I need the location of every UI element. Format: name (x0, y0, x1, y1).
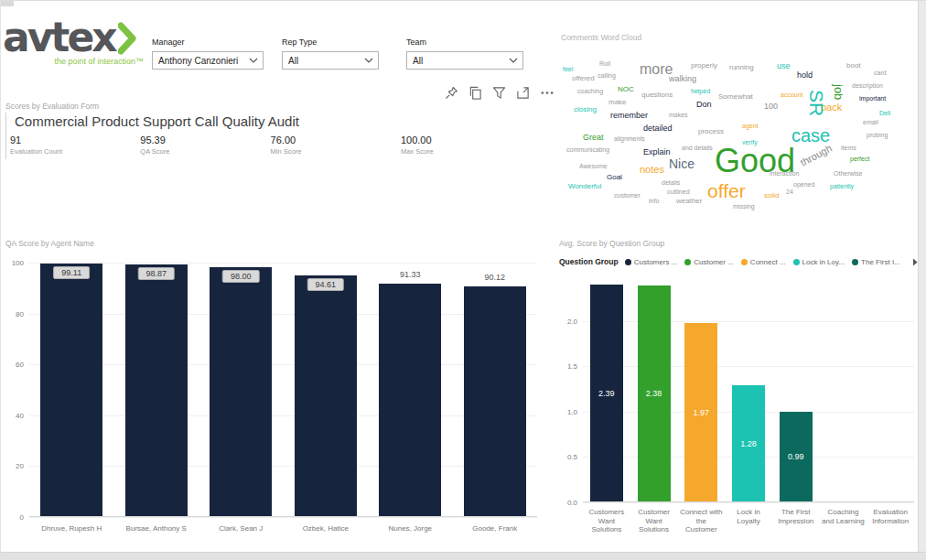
wordcloud-word: Roll (599, 60, 610, 67)
wordcloud-word: make (608, 99, 627, 106)
avtex-logo: avtex the point of interaction™ (3, 17, 147, 66)
kpi-label: Max Score (401, 147, 522, 156)
wordcloud-word: items (841, 145, 856, 151)
legend-item[interactable]: Lock in Loy... (793, 258, 845, 266)
wordcloud-word: case (791, 126, 830, 145)
bar-value-label: 2.38 (646, 389, 662, 398)
wordcloud-word: coaching (577, 88, 603, 94)
team-filter-label: Team (406, 38, 523, 47)
wordcloud-word: Great (583, 134, 604, 142)
legend-label: Customers ... (634, 258, 678, 266)
x-axis-category-label: Lock in Loyalty (725, 508, 772, 534)
bar-value-label: 0.99 (788, 452, 804, 461)
wordcloud-word: Otherwise (834, 170, 863, 177)
focus-mode-icon[interactable] (515, 85, 531, 101)
gridline (29, 517, 537, 518)
legend-label: Customer ... (694, 258, 734, 266)
wordcloud-word: details (662, 179, 680, 186)
bar[interactable]: 1.97 (684, 323, 717, 501)
rep-type-dropdown[interactable]: All (282, 51, 379, 70)
wordcloud-word: NOC (618, 86, 634, 93)
x-axis-category-label: Customer Want Solutions (630, 508, 678, 534)
bar[interactable]: 2.39 (590, 285, 623, 501)
y-axis-tick-label: 100 (12, 259, 24, 267)
y-axis-tick-label: 2.0 (567, 317, 577, 325)
bar-value-label: 99.11 (53, 266, 90, 279)
wordcloud-word: use (777, 62, 791, 70)
bar[interactable]: 0.99 (780, 412, 813, 501)
wordcloud-word: boot (846, 62, 861, 70)
x-axis-category-label: Goode, Frank (453, 524, 538, 533)
powerbi-dashboard: avtex the point of interaction™ Manager … (0, 0, 926, 560)
rep-type-filter: Rep Type All (282, 38, 379, 70)
wordcloud-word: process (698, 128, 724, 135)
wordcloud-word: and details (682, 145, 713, 151)
bar[interactable] (379, 284, 441, 516)
wordcloud-word: missing (733, 203, 755, 210)
bar[interactable] (295, 275, 357, 516)
scores-section-title: Scores by Evaluation Form (5, 102, 99, 111)
bar-group (867, 275, 914, 501)
bar[interactable] (464, 286, 526, 516)
x-axis-category-label: Ozbek, Hatice (284, 524, 369, 533)
manager-filter-label: Manager (152, 38, 264, 47)
wordcloud-word: questions (641, 92, 673, 99)
bar-group: 90.12 (453, 263, 538, 516)
team-dropdown[interactable]: All (406, 51, 523, 70)
evaluation-form-title: Commercial Product Support Call Quality … (10, 113, 522, 129)
wordcloud-word: perfect (850, 156, 869, 162)
legend-label: Connect ... (750, 258, 786, 266)
kpi-row: 91 Evaluation Count 95.39 QA Score 76.00… (10, 135, 522, 156)
filter-icon[interactable] (491, 85, 507, 101)
bar[interactable]: 1.28 (732, 385, 765, 501)
legend-item[interactable]: Customer ... (684, 258, 734, 266)
bar[interactable] (125, 264, 188, 516)
y-axis-tick-label: 0.5 (567, 453, 577, 461)
bar-group: 2.38 (630, 275, 678, 501)
legend-dot-icon (852, 259, 858, 265)
wordcloud-word: agent (742, 123, 759, 129)
vertical-scrollbar[interactable] (918, 1, 926, 560)
wordcloud-word: description (852, 82, 883, 89)
legend-item[interactable]: Connect ... (741, 258, 786, 266)
bar[interactable] (210, 267, 272, 516)
wordcloud-word: offer (707, 181, 746, 200)
qa-plot-area: 02040608010099.1198.8798.0094.6191.3390.… (29, 263, 537, 517)
legend: Question Group Customers ...Customer ...… (559, 257, 918, 266)
copy-icon[interactable] (468, 85, 483, 101)
wordcloud-word: makes (669, 112, 688, 118)
wordcloud-word: more (640, 62, 673, 77)
legend-label: Lock in Loy... (802, 258, 845, 266)
legend-item[interactable]: Customers ... (625, 258, 678, 266)
legend-dot-icon (741, 259, 748, 265)
kpi-label: Evaluation Count (10, 147, 140, 156)
word-cloud-canvas: moreofferedfeelRollcallingproperlywalkin… (561, 48, 918, 218)
wordcloud-word: hold (797, 71, 813, 80)
bar[interactable]: 2.38 (638, 285, 671, 501)
bar-value-label: 94.61 (307, 278, 344, 291)
manager-dropdown[interactable]: Anthony Canzonieri (152, 51, 264, 70)
kpi-value: 95.39 (140, 135, 270, 145)
team-dropdown-value: All (413, 56, 423, 66)
pin-icon[interactable] (444, 85, 459, 101)
chevron-down-icon (249, 58, 258, 63)
bar[interactable] (40, 264, 102, 516)
bar-group: 94.61 (284, 263, 369, 516)
x-axis-category-label: Connect with the Customer (677, 508, 725, 534)
bar-value-label: 91.33 (400, 270, 421, 279)
wordcloud-word: alignments (614, 135, 645, 142)
legend-item[interactable]: The First I... (852, 258, 900, 266)
legend-label: The First I... (861, 258, 900, 266)
word-cloud-title: Comments Word Cloud (561, 33, 918, 42)
wordcloud-word: customer (614, 192, 641, 199)
wordcloud-word: email (863, 119, 878, 125)
more-options-icon[interactable] (539, 85, 555, 101)
qa-score-by-agent-chart: QA Score by Agent Name 02040608010099.11… (5, 239, 555, 550)
wordcloud-word: interaction (770, 170, 799, 177)
horizontal-scrollbar[interactable] (1, 552, 926, 560)
wordcloud-word: account (781, 92, 803, 98)
x-axis-category-label: Clark, Sean J (199, 524, 284, 533)
legend-title: Question Group (559, 257, 619, 266)
wordcloud-word: important (859, 95, 886, 102)
wordcloud-word: Nice (669, 157, 694, 170)
